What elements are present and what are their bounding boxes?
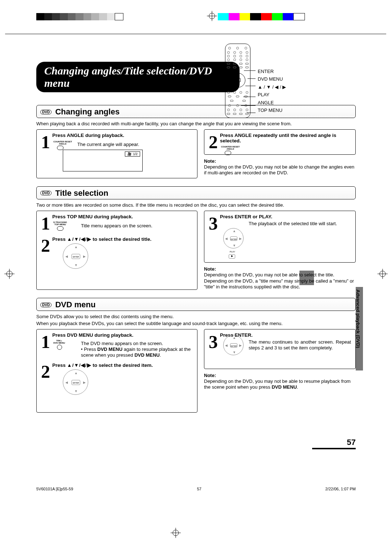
registration-mark-icon <box>377 269 388 281</box>
enter-center: ENTER <box>72 380 80 385</box>
step-title: Press DVD MENU during playback. <box>41 332 193 338</box>
page-title: Changing angles/Title selection/DVD menu <box>36 62 240 92</box>
remote-label-list: ENTER DVD MENU ▲ / ▼ / ◀ / ▶ PLAY ANGLE … <box>258 68 286 114</box>
button-label-angle: COUNTER RESET ANGLE <box>53 141 72 145</box>
section2-intro: Two or more titles are recorded on some … <box>36 202 356 208</box>
step-number: 1 <box>41 216 50 231</box>
section-title: DVD menu <box>55 300 95 309</box>
step-number: 1 <box>41 134 50 150</box>
button-label-dvd-menu: TRK+ DVD MENU <box>53 340 65 344</box>
page-number: 57 <box>312 438 356 449</box>
enter-center: ENTER <box>72 254 80 259</box>
label-enter: ENTER <box>258 68 286 75</box>
step-column-right: 3 Press ENTER. The menu continues to ano… <box>204 329 356 413</box>
label-angle: ANGLE <box>258 99 286 106</box>
step-body: The current angle will appear. <box>77 142 193 147</box>
note-block: Note: Depending on the DVD, you may not … <box>204 158 356 176</box>
sidebar-label: Advanced playback (DVD) <box>355 289 361 348</box>
angle-button-icon <box>225 151 231 155</box>
label-dvd-menu: DVD MENU <box>258 75 286 83</box>
label-play: PLAY <box>258 91 286 98</box>
enter-pad-icon: ENTER ▲▼◀▶ <box>63 369 88 395</box>
step-number: 3 <box>209 334 218 350</box>
registration-mark-icon <box>4 269 15 281</box>
enter-pad-icon: ENTER ▲▼◀▶ <box>223 228 244 248</box>
page-content: Changing angles/Title selection/DVD menu… <box>36 47 356 413</box>
footer-right: 2/22/06, 1:07 PM <box>325 487 356 491</box>
osd-angle-indicator: 1/2 <box>125 151 140 157</box>
note-body: Depending on the DVD, you may not be abl… <box>204 164 354 175</box>
note-block: Note: Depending on the DVD, you may not … <box>204 266 356 290</box>
step-body: The DVD menu appears on the screen. • Pr… <box>81 341 193 358</box>
note-label: Note: <box>204 158 216 164</box>
dvd-badge-icon: DVD <box>40 110 52 114</box>
step-box: 1 Press ANGLE during playback. COUNTER R… <box>36 129 197 178</box>
camera-icon <box>127 152 131 156</box>
step-column-right: 3 Press ENTER or PLAY. The playback of t… <box>204 211 356 290</box>
arrow-keys-icon: ▲/▼/◀/▶ <box>67 236 91 242</box>
enter-pad-icon: ENTER ▲▼◀▶ <box>63 243 88 269</box>
step-box: 1 Press DVD MENU during playback. TRK+ D… <box>36 329 197 413</box>
section-title: Title selection <box>55 189 108 198</box>
crop-rule <box>5 34 386 34</box>
note-block: Note: Depending on the DVD, you may not … <box>204 373 356 390</box>
button-label-top-menu: D.TRACKING TOP MENU <box>53 221 67 226</box>
section-head-dvd-menu: DVD DVD menu <box>36 298 356 311</box>
note-label: Note: <box>204 373 216 378</box>
button-label-angle: COUNTER RESET ANGLE <box>221 146 240 150</box>
footer: 5V60101A [E]p55-59 57 2/22/06, 1:07 PM <box>36 487 356 491</box>
top-menu-button-icon <box>57 226 64 231</box>
enter-center: ENTER <box>230 236 237 241</box>
enter-pad-icon: ENTER ▲▼◀▶ <box>223 335 244 355</box>
step-box: 3 Press ENTER or PLAY. The playback of t… <box>204 211 356 263</box>
label-arrows: ▲ / ▼ / ◀ / ▶ <box>258 83 286 91</box>
step-number: 2 <box>41 238 50 254</box>
step-box: 1 Press TOP MENU during playback. D.TRAC… <box>36 211 197 290</box>
section3-intro-a: Some DVDs allow you to select the disc c… <box>36 314 356 320</box>
step-body: Title menu appears on the screen. <box>81 223 193 229</box>
dvd-badge-icon: DVD <box>40 303 52 307</box>
note-label: Note: <box>204 266 216 272</box>
step-number: 3 <box>209 216 218 231</box>
step-box: 3 Press ENTER. The menu continues to ano… <box>204 329 356 369</box>
label-top-menu: TOP MENU <box>258 106 286 114</box>
step-title: Press ANGLE during playback. <box>41 133 193 138</box>
step-body: The playback of the selected title will … <box>249 221 351 227</box>
footer-mid: 57 <box>197 487 201 491</box>
section-title: Changing angles <box>55 107 119 117</box>
section1-intro: When playing back a disc recorded with m… <box>36 121 356 127</box>
color-bar <box>218 13 305 20</box>
registration-mark-icon <box>207 11 217 24</box>
step-number: 2 <box>209 134 218 150</box>
remote-outline <box>225 44 250 118</box>
note-body: Depending on the DVD, you may not be abl… <box>204 272 354 289</box>
arrow-keys-icon: ▲/▼/◀/▶ <box>67 362 91 368</box>
step-body: The menu continues to another screen. Re… <box>249 339 351 351</box>
step-title: Press ▲/▼/◀/▶ to select the desired titl… <box>41 236 193 242</box>
section3-intro-b: When you playback these DVDs, you can se… <box>36 321 356 327</box>
note-body: Depending on the DVD, you may not be abl… <box>204 378 351 390</box>
dvd-badge-icon: DVD <box>40 191 52 195</box>
step-title: Press ▲/▼/◀/▶ to select the desired item… <box>41 362 193 368</box>
step-title: Press ANGLE repeatedly until the desired… <box>209 133 351 143</box>
step-column-right: 2 Press ANGLE repeatedly until the desir… <box>204 129 356 178</box>
grayscale-bar <box>36 13 123 20</box>
footer-left: 5V60101A [E]p55-59 <box>36 487 73 491</box>
step-number: 1 <box>41 334 50 350</box>
print-crop-top <box>36 13 356 24</box>
step-title: Press ENTER or PLAY. <box>209 214 351 219</box>
remote-illustration: ENTER DVD MENU ▲ / ▼ / ◀ / ▶ PLAY ANGLE … <box>225 44 312 120</box>
play-button-icon: ▶ <box>229 254 235 259</box>
dvd-menu-button-icon <box>57 345 62 350</box>
enter-center: ENTER <box>230 343 237 348</box>
section-head-title-selection: DVD Title selection <box>36 186 356 199</box>
angle-button-icon <box>57 146 64 150</box>
step-title: Press TOP MENU during playback. <box>41 214 193 219</box>
step-number: 2 <box>41 364 50 380</box>
play-label: PLAY <box>230 251 351 253</box>
osd-display: 1/2 <box>63 150 143 171</box>
step-box: 2 Press ANGLE repeatedly until the desir… <box>204 129 356 155</box>
registration-mark-icon <box>171 528 181 540</box>
